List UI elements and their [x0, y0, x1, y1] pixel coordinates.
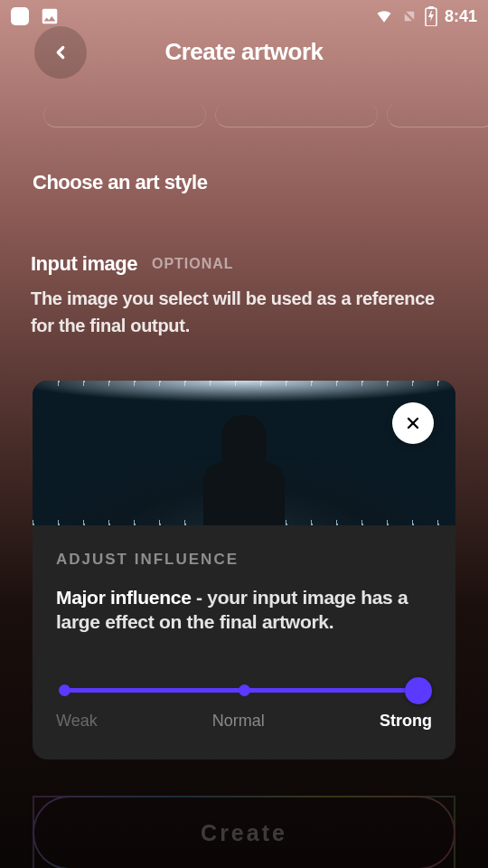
wifi-icon [374, 7, 394, 25]
app-indicator-icon [11, 7, 29, 25]
create-button[interactable]: Create [33, 796, 455, 868]
input-image-label: Input image [31, 252, 137, 276]
art-style-section-title: Choose an art style [0, 127, 488, 194]
back-button[interactable] [34, 26, 87, 79]
battery-charging-icon [425, 6, 437, 26]
chevron-left-icon [51, 42, 70, 62]
input-image-header: Input image OPTIONAL [0, 194, 488, 276]
influence-description: Major influence - your input image has a… [56, 585, 432, 634]
input-image-card: ADJUST INFLUENCE Major influence - your … [33, 381, 455, 760]
picture-icon [40, 6, 60, 26]
input-image-preview[interactable] [33, 381, 455, 525]
status-time: 8:41 [445, 7, 477, 26]
create-button-label: Create [201, 820, 287, 846]
remove-image-button[interactable] [392, 402, 434, 444]
slider-label-weak: Weak [56, 712, 98, 731]
adjust-influence-label: ADJUST INFLUENCE [56, 551, 432, 569]
art-style-chip[interactable] [43, 102, 206, 127]
slider-label-strong: Strong [380, 712, 432, 731]
header: Create artwork [0, 33, 488, 75]
page-title: Create artwork [164, 38, 323, 66]
svg-rect-1 [428, 6, 434, 9]
status-bar: 8:41 [0, 0, 488, 33]
influence-slider[interactable] [56, 677, 432, 704]
no-sim-icon [401, 7, 418, 25]
slider-labels: Weak Normal Strong [56, 712, 432, 731]
input-image-description: The image you select will be used as a r… [0, 276, 488, 339]
close-icon [404, 414, 422, 432]
optional-tag: OPTIONAL [152, 256, 234, 272]
art-style-chip-row[interactable] [0, 75, 488, 127]
slider-label-normal: Normal [212, 712, 265, 731]
art-style-chip[interactable] [215, 102, 378, 127]
art-style-chip[interactable] [387, 102, 488, 127]
influence-level-name: Major influence [56, 587, 192, 608]
